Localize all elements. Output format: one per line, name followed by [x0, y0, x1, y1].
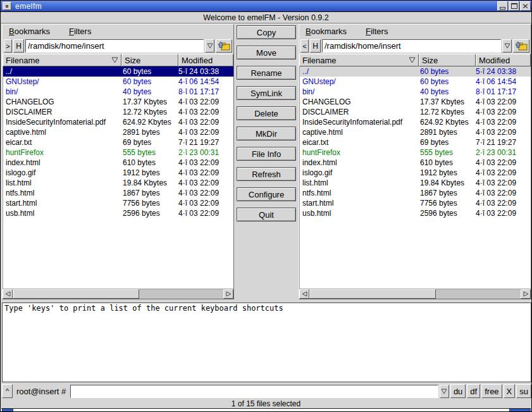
file-row[interactable]: ../60 bytes5·î 24 03:38: [300, 66, 531, 77]
file-row[interactable]: list.html19.84 Kbytes4·î 03 22:09: [3, 178, 233, 188]
quit-button[interactable]: Quit: [237, 208, 296, 222]
file-name: list.html: [3, 178, 121, 188]
file-mod: 4·î 03 22:09: [178, 158, 233, 168]
right-path-history-button[interactable]: [502, 39, 512, 53]
file-row[interactable]: islogo.gif1912 bytes4·î 03 22:09: [300, 168, 531, 178]
left-horizontal-scrollbar[interactable]: [3, 289, 233, 299]
command-history-button[interactable]: [440, 385, 449, 398]
file-row[interactable]: CHANGELOG17.37 Kbytes4·î 03 22:09: [3, 97, 233, 107]
file-row[interactable]: usb.html2596 bytes4·î 03 22:09: [3, 208, 233, 218]
left-parent-dir-button[interactable]: [216, 39, 232, 53]
folder-up-icon: [515, 41, 528, 51]
copy-button[interactable]: Copy: [237, 25, 296, 39]
file-row[interactable]: InsideSecurityInfomaterial.pdf624.92 Kby…: [3, 117, 233, 127]
file-row[interactable]: captive.html2891 bytes4·î 03 22:09: [3, 127, 233, 137]
file-row[interactable]: usb.html2596 bytes4·î 03 22:09: [300, 208, 531, 218]
delete-button[interactable]: Delete: [237, 106, 296, 120]
right-menu-filters[interactable]: Filters: [364, 26, 389, 37]
file-row[interactable]: list.html19.84 Kbytes4·î 03 22:09: [300, 178, 531, 188]
file-row[interactable]: CHANGELOG17.37 Kbytes4·î 03 22:09: [300, 97, 531, 107]
right-parent-dir-button[interactable]: [513, 39, 529, 53]
rename-button[interactable]: Rename: [237, 66, 296, 80]
right-scroll-thumb[interactable]: [309, 289, 436, 299]
free-button[interactable]: free: [481, 384, 502, 398]
file-row[interactable]: GNUstep/60 bytes4·î 06 14:54: [300, 77, 531, 87]
df-button[interactable]: df: [467, 384, 480, 398]
output-log[interactable]: Type 'keys' to print a list of the curre…: [2, 303, 531, 382]
file-row[interactable]: huntFirefox555 bytes2·î 23 00:31: [3, 147, 233, 158]
close-button[interactable]: ✕: [520, 1, 531, 11]
left-path-history-button[interactable]: [205, 39, 214, 53]
refresh-button[interactable]: Refresh: [237, 167, 296, 181]
scroll-right-icon[interactable]: [223, 289, 233, 299]
file-mod: 5·î 24 03:38: [476, 66, 531, 77]
file-row[interactable]: GNUstep/60 bytes4·î 06 14:54: [3, 77, 233, 87]
left-menu-filters[interactable]: Filters: [68, 26, 92, 37]
file-row[interactable]: start.html7756 bytes4·î 03 22:09: [3, 198, 233, 208]
symlink-button[interactable]: SymLink: [237, 86, 296, 100]
left-swap-panel-button[interactable]: >: [4, 39, 12, 53]
file-row[interactable]: bin/40 bytes8·î 01 17:17: [3, 87, 233, 97]
configure-button[interactable]: Configure: [237, 187, 296, 201]
file-row[interactable]: ntfs.html1867 bytes4·î 03 22:09: [3, 188, 233, 198]
file-row[interactable]: index.html610 bytes4·î 03 22:09: [3, 158, 233, 168]
file-row[interactable]: eicar.txt69 bytes7·î 21 19:27: [3, 137, 233, 147]
file-size: 610 bytes: [121, 158, 178, 168]
file-size: 1867 bytes: [121, 188, 178, 198]
file-name: huntFirefox: [3, 147, 121, 158]
sort-indicator-icon: [111, 57, 118, 63]
file-size: 7756 bytes: [419, 198, 476, 208]
file-row[interactable]: InsideSecurityInfomaterial.pdf624.92 Kby…: [300, 117, 531, 127]
file-row[interactable]: captive.html2891 bytes4·î 03 22:09: [300, 127, 531, 137]
file-row[interactable]: ntfs.html1867 bytes4·î 03 22:09: [300, 188, 531, 198]
file-mod: 4·î 03 22:09: [476, 158, 531, 168]
left-scroll-track[interactable]: [13, 289, 223, 299]
file-mod: 8·î 01 17:17: [476, 87, 531, 97]
window-menu-button[interactable]: [3, 2, 11, 10]
right-home-button[interactable]: H: [310, 39, 321, 53]
right-scroll-track[interactable]: [309, 289, 521, 299]
folder-up-icon: [218, 41, 230, 51]
right-header-modified[interactable]: Modified: [476, 54, 531, 66]
scroll-left-icon[interactable]: [3, 289, 13, 299]
right-swap-panel-button[interactable]: <: [300, 39, 309, 53]
right-menu-bookmarks[interactable]: Bookmarks: [304, 26, 348, 37]
maximize-button[interactable]: [509, 1, 519, 11]
file-row[interactable]: islogo.gif1912 bytes4·î 03 22:09: [3, 168, 233, 178]
command-input[interactable]: [70, 385, 438, 398]
left-menubar: Bookmarks Filters: [3, 25, 233, 38]
scroll-right-icon[interactable]: [521, 289, 531, 299]
right-header-filename[interactable]: Filename: [299, 54, 419, 66]
scroll-left-icon[interactable]: [299, 289, 309, 299]
file-row[interactable]: huntFirefox555 bytes2·î 23 00:31: [300, 147, 531, 158]
left-header-modified[interactable]: Modified: [178, 54, 233, 66]
file-row[interactable]: DISCLAIMER12.72 Kbytes4·î 03 22:09: [3, 107, 233, 117]
file-info-button[interactable]: File Info: [237, 147, 296, 161]
file-row[interactable]: DISCLAIMER12.72 Kbytes4·î 03 22:09: [300, 107, 531, 117]
file-row[interactable]: eicar.txt69 bytes7·î 21 19:27: [300, 137, 531, 147]
su-button[interactable]: su: [516, 384, 531, 398]
action-buttons: CopyMoveRenameSymLinkDeleteMkDirFile Inf…: [235, 25, 297, 228]
du-button[interactable]: du: [450, 384, 466, 398]
right-path-input[interactable]: [322, 39, 501, 53]
left-menu-bookmarks[interactable]: Bookmarks: [8, 26, 51, 37]
file-row[interactable]: index.html610 bytes4·î 03 22:09: [300, 158, 531, 168]
file-name: DISCLAIMER: [300, 107, 419, 117]
file-row[interactable]: start.html7756 bytes4·î 03 22:09: [300, 198, 531, 208]
file-row[interactable]: bin/40 bytes8·î 01 17:17: [300, 87, 531, 97]
right-horizontal-scrollbar[interactable]: [299, 289, 531, 299]
minimize-button[interactable]: [497, 1, 508, 11]
left-header-filename[interactable]: Filename: [3, 54, 121, 66]
right-header-size[interactable]: Size: [419, 54, 476, 66]
output-toggle-button[interactable]: ^: [2, 384, 13, 398]
mkdir-button[interactable]: MkDir: [237, 127, 296, 140]
left-scroll-thumb[interactable]: [13, 289, 139, 299]
move-button[interactable]: Move: [237, 46, 296, 59]
left-path-input[interactable]: [25, 39, 204, 53]
file-name: GNUstep/: [3, 77, 121, 87]
file-row[interactable]: ../60 bytes5·î 24 03:38: [3, 66, 233, 77]
left-header-size[interactable]: Size: [121, 54, 178, 66]
left-home-button[interactable]: H: [13, 39, 24, 53]
x-button[interactable]: X: [504, 384, 516, 398]
file-size: 17.37 Kbytes: [419, 97, 476, 107]
